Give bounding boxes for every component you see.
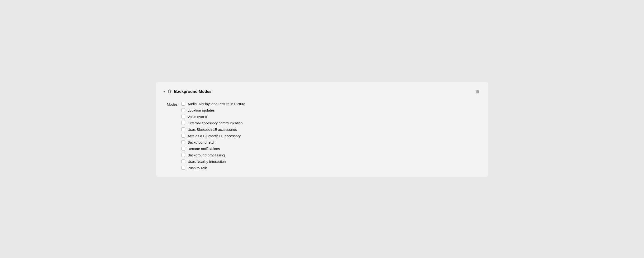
checkbox-bluetooth_uses[interactable] [182, 127, 185, 131]
checkbox-item-remote_notif: Remote notifications [182, 147, 246, 151]
checkbox-label-bg_fetch[interactable]: Background fetch [188, 140, 216, 144]
checkbox-item-bg_fetch: Background fetch [182, 140, 246, 144]
collapse-chevron-icon[interactable]: ▾ [164, 90, 165, 93]
card-header: ▾ Background Modes 🗑 [164, 88, 481, 95]
section-title: Background Modes [174, 89, 212, 94]
checkboxes-list: Audio, AirPlay, and Picture in PictureLo… [182, 102, 246, 170]
header-left: ▾ Background Modes [164, 89, 212, 94]
checkbox-external[interactable] [182, 121, 185, 125]
checkbox-item-location: Location updates [182, 108, 246, 112]
checkbox-label-location[interactable]: Location updates [188, 108, 215, 112]
checkbox-label-bluetooth_uses[interactable]: Uses Bluetooth LE accessories [188, 127, 237, 131]
checkbox-label-nearby[interactable]: Uses Nearby Interaction [188, 160, 226, 164]
checkbox-location[interactable] [182, 108, 185, 112]
checkbox-label-voip[interactable]: Voice over IP [188, 115, 208, 119]
checkbox-label-external[interactable]: External accessory communication [188, 121, 243, 125]
checkbox-item-voip: Voice over IP [182, 115, 246, 119]
checkbox-bluetooth_acts[interactable] [182, 134, 185, 138]
delete-button[interactable]: 🗑 [475, 88, 481, 95]
svg-marker-0 [168, 90, 172, 92]
checkbox-nearby[interactable] [182, 160, 185, 163]
checkbox-label-bg_processing[interactable]: Background processing [188, 153, 225, 157]
checkbox-remote_notif[interactable] [182, 147, 185, 151]
checkbox-item-push_talk: Push to Talk [182, 166, 246, 170]
checkbox-push_talk[interactable] [182, 166, 185, 170]
checkbox-item-bluetooth_uses: Uses Bluetooth LE accessories [182, 127, 246, 131]
background-modes-card: ▾ Background Modes 🗑 Modes Audio, AirPla… [156, 82, 488, 177]
modes-label: Modes [164, 102, 178, 106]
checkbox-item-external: External accessory communication [182, 121, 246, 125]
layers-icon [167, 89, 172, 94]
checkbox-audio[interactable] [182, 102, 185, 106]
checkbox-item-bg_processing: Background processing [182, 153, 246, 157]
checkbox-voip[interactable] [182, 115, 185, 118]
checkbox-item-audio: Audio, AirPlay, and Picture in Picture [182, 102, 246, 106]
checkbox-bg_fetch[interactable] [182, 140, 185, 144]
checkbox-label-remote_notif[interactable]: Remote notifications [188, 147, 220, 151]
checkbox-label-audio[interactable]: Audio, AirPlay, and Picture in Picture [188, 102, 246, 106]
checkbox-label-bluetooth_acts[interactable]: Acts as a Bluetooth LE accessory [188, 134, 241, 138]
checkbox-bg_processing[interactable] [182, 153, 185, 157]
checkbox-item-nearby: Uses Nearby Interaction [182, 160, 246, 164]
checkbox-item-bluetooth_acts: Acts as a Bluetooth LE accessory [182, 134, 246, 138]
modes-row: Modes Audio, AirPlay, and Picture in Pic… [164, 102, 481, 170]
checkbox-label-push_talk[interactable]: Push to Talk [188, 166, 207, 170]
